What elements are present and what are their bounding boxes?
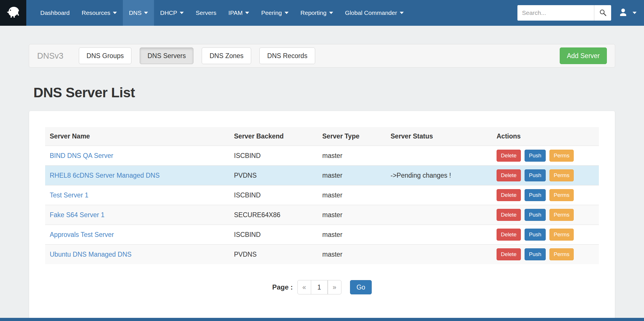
- table-row: Test Server 1 ISCBIND master Delete Push…: [45, 185, 599, 205]
- mammoth-logo-icon: [5, 4, 22, 22]
- nav-item-label: DNS: [129, 9, 141, 16]
- top-navbar: DashboardResourcesDNSDHCPServersIPAMPeer…: [0, 0, 644, 26]
- delete-button[interactable]: Delete: [497, 169, 521, 181]
- next-page-button[interactable]: »: [328, 280, 341, 294]
- column-header-server-backend: Server Backend: [229, 127, 318, 146]
- tab-dns-servers[interactable]: DNS Servers: [140, 47, 193, 64]
- server-type-cell: master: [318, 205, 386, 225]
- nav-item-dhcp[interactable]: DHCP: [154, 0, 190, 26]
- perms-button[interactable]: Perms: [549, 209, 574, 221]
- add-server-button[interactable]: Add Server: [560, 47, 607, 64]
- search-button[interactable]: [594, 5, 611, 21]
- table-row: RHEL8 6cDNS Server Managed DNS PVDNS mas…: [45, 166, 599, 185]
- server-name-link[interactable]: Test Server 1: [50, 191, 89, 199]
- server-name-link[interactable]: Approvals Test Server: [50, 231, 114, 238]
- server-name-link[interactable]: RHEL8 6cDNS Server Managed DNS: [50, 172, 160, 179]
- push-button[interactable]: Push: [525, 150, 545, 162]
- search-input[interactable]: [517, 5, 594, 21]
- delete-button[interactable]: Delete: [497, 150, 521, 162]
- nav-item-label: IPAM: [228, 9, 243, 16]
- pagination-label: Page :: [272, 283, 293, 291]
- page-number-input[interactable]: [311, 280, 328, 294]
- nav-item-ipam[interactable]: IPAM: [222, 0, 255, 26]
- nav-item-label: DHCP: [160, 9, 177, 16]
- perms-button[interactable]: Perms: [549, 150, 574, 162]
- server-name-link[interactable]: BIND DNS QA Server: [50, 152, 113, 159]
- server-backend-cell: ISCBIND: [229, 185, 318, 205]
- nav-item-label: Peering: [261, 9, 282, 16]
- search-icon: [599, 9, 607, 17]
- chevron-down-icon: [180, 12, 184, 14]
- tab-dns-records[interactable]: DNS Records: [259, 47, 315, 64]
- server-backend-cell: SECURE64X86: [229, 205, 318, 225]
- nav-item-dns[interactable]: DNS: [123, 0, 154, 26]
- server-status-cell: [386, 245, 492, 264]
- toolbar-title: DNSv3: [37, 51, 63, 61]
- footer-bar: [0, 318, 644, 321]
- server-backend-cell: PVDNS: [229, 166, 318, 185]
- delete-button[interactable]: Delete: [497, 209, 521, 221]
- app-logo[interactable]: [0, 0, 26, 26]
- push-button[interactable]: Push: [525, 248, 545, 260]
- column-header-server-name: Server Name: [45, 127, 229, 146]
- push-button[interactable]: Push: [525, 189, 545, 201]
- perms-button[interactable]: Perms: [549, 169, 574, 181]
- dns-tab-group: DNS GroupsDNS ServersDNS ZonesDNS Record…: [79, 47, 315, 64]
- tab-dns-groups[interactable]: DNS Groups: [79, 47, 131, 64]
- nav-item-peering[interactable]: Peering: [255, 0, 294, 26]
- dnsv3-toolbar: DNSv3 DNS GroupsDNS ServersDNS ZonesDNS …: [29, 44, 615, 68]
- page-group: « »: [297, 280, 341, 294]
- delete-button[interactable]: Delete: [497, 189, 521, 201]
- perms-button[interactable]: Perms: [549, 248, 574, 260]
- table-header-row: Server Name Server Backend Server Type S…: [45, 127, 599, 146]
- server-backend-cell: PVDNS: [229, 245, 318, 264]
- nav-item-reporting[interactable]: Reporting: [295, 0, 339, 26]
- delete-button[interactable]: Delete: [497, 248, 521, 260]
- user-menu[interactable]: [619, 8, 637, 18]
- chevron-down-icon: [329, 12, 333, 14]
- pagination: Page : « » Go: [45, 280, 599, 294]
- nav-item-label: Global Commander: [345, 9, 397, 16]
- server-status-cell: [386, 225, 492, 245]
- column-header-server-type: Server Type: [318, 127, 386, 146]
- nav-item-label: Servers: [196, 9, 216, 16]
- navbar-right: [517, 0, 644, 26]
- server-list-card: Server Name Server Backend Server Type S…: [29, 111, 615, 320]
- server-type-cell: master: [318, 166, 386, 185]
- perms-button[interactable]: Perms: [549, 229, 574, 241]
- server-status-cell: [386, 146, 492, 166]
- nav-item-servers[interactable]: Servers: [190, 0, 222, 26]
- server-name-link[interactable]: Fake S64 Server 1: [50, 211, 105, 219]
- prev-page-button[interactable]: «: [297, 280, 311, 294]
- chevron-down-icon: [633, 12, 637, 14]
- go-button[interactable]: Go: [350, 280, 372, 294]
- delete-button[interactable]: Delete: [497, 229, 521, 241]
- chevron-down-icon: [245, 12, 249, 14]
- server-table-body: BIND DNS QA Server ISCBIND master Delete…: [45, 146, 599, 264]
- table-row: Ubuntu DNS Managed DNS PVDNS master Dele…: [45, 245, 599, 264]
- server-status-cell: [386, 185, 492, 205]
- nav-item-resources[interactable]: Resources: [76, 0, 123, 26]
- server-status-cell: [386, 205, 492, 225]
- push-button[interactable]: Push: [525, 169, 545, 181]
- chevron-down-icon: [285, 12, 289, 14]
- push-button[interactable]: Push: [525, 229, 545, 241]
- server-type-cell: master: [318, 225, 386, 245]
- tab-dns-zones[interactable]: DNS Zones: [202, 47, 251, 64]
- chevron-down-icon: [400, 12, 404, 14]
- page-title: DNS Server List: [33, 85, 615, 100]
- chevron-down-icon: [144, 12, 148, 14]
- column-header-actions: Actions: [492, 127, 599, 146]
- nav-item-label: Reporting: [301, 9, 327, 16]
- perms-button[interactable]: Perms: [549, 189, 574, 201]
- search-group: [517, 5, 611, 21]
- push-button[interactable]: Push: [525, 209, 545, 221]
- nav-item-label: Resources: [82, 9, 110, 16]
- server-name-link[interactable]: Ubuntu DNS Managed DNS: [50, 251, 131, 258]
- server-status-cell: ->Pending changes !: [386, 166, 492, 185]
- server-type-cell: master: [318, 185, 386, 205]
- nav-item-global-commander[interactable]: Global Commander: [339, 0, 410, 26]
- server-table: Server Name Server Backend Server Type S…: [45, 127, 599, 264]
- nav-item-dashboard[interactable]: Dashboard: [34, 0, 76, 26]
- server-backend-cell: ISCBIND: [229, 225, 318, 245]
